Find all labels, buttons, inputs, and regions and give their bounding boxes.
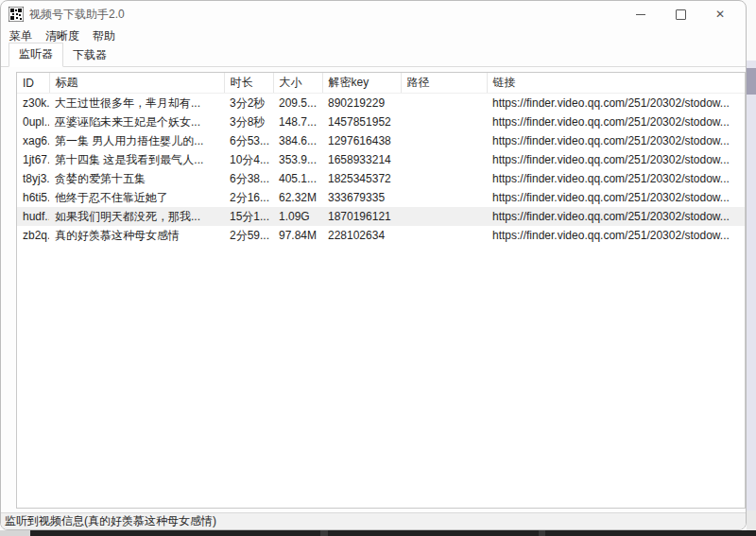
cell-duration: 3分8秒	[224, 112, 273, 131]
table-row[interactable]: t8yj3... 贪婪的爱第十五集 6分38... 405.1... 18253…	[17, 169, 745, 188]
table-header-row: ID 标题 时长 大小 解密key 路径 链接	[17, 73, 745, 94]
menu-bar: 菜单 清晰度 帮助	[1, 27, 746, 44]
tab-content-listener: ID 标题 时长 大小 解密key 路径 链接 z30k... 大王过世很多年，…	[1, 67, 746, 512]
menu-item-help[interactable]: 帮助	[93, 28, 115, 44]
cell-title: 真的好羡慕这种母女感情	[49, 226, 224, 245]
col-header-key[interactable]: 解密key	[322, 73, 401, 94]
cell-title: 第十四集 这是我看到最气人...	[49, 150, 224, 169]
tab-downloader[interactable]: 下载器	[63, 44, 116, 67]
cell-size: 97.84M	[273, 226, 322, 245]
status-text: 监听到视频信息(真的好羡慕这种母女感情)	[5, 513, 216, 529]
table-row[interactable]: z30k... 大王过世很多年，芈月却有... 3分2秒 209.5... 89…	[17, 94, 745, 113]
menu-item-quality[interactable]: 清晰度	[45, 28, 79, 44]
table-row[interactable]: h6ti5... 他终于忍不住靠近她了 2分16... 62.32M 33367…	[17, 188, 745, 207]
col-header-id[interactable]: ID	[17, 73, 49, 94]
cell-link: https://finder.video.qq.com/251/20302/st…	[487, 226, 745, 245]
cell-size: 1.09G	[273, 207, 322, 226]
cell-title: 贪婪的爱第十五集	[49, 169, 224, 188]
title-bar: 视频号下载助手2.0 ✕	[1, 1, 746, 27]
cell-size: 405.1...	[273, 169, 322, 188]
cell-key: 1297616438	[322, 131, 401, 150]
cell-key: 890219229	[322, 94, 401, 113]
cell-path	[401, 94, 487, 113]
table-row[interactable]: 0upl... 巫婆诬陷未来王妃是个妖女... 3分8秒 148.7... 14…	[17, 112, 745, 131]
cell-duration: 2分16...	[224, 188, 273, 207]
cell-id: 0upl...	[17, 112, 49, 131]
background-window-right	[747, 61, 756, 510]
cell-link: https://finder.video.qq.com/251/20302/st…	[487, 207, 745, 226]
cell-title: 大王过世很多年，芈月却有...	[49, 94, 224, 113]
cell-size: 384.6...	[273, 131, 322, 150]
tab-listener[interactable]: 监听器	[9, 43, 63, 67]
cell-link: https://finder.video.qq.com/251/20302/st…	[487, 150, 745, 169]
table-row[interactable]: hudf... 如果我们明天都没死，那我... 15分1... 1.09G 18…	[17, 207, 745, 226]
cell-title: 他终于忍不住靠近她了	[49, 188, 224, 207]
window-controls: ✕	[621, 1, 740, 27]
cell-duration: 15分1...	[224, 207, 273, 226]
video-list-container: ID 标题 时长 大小 解密key 路径 链接 z30k... 大王过世很多年，…	[16, 72, 746, 509]
cell-id: t8yj3...	[17, 169, 49, 188]
cell-path	[401, 188, 487, 207]
col-header-duration[interactable]: 时长	[224, 73, 273, 94]
cell-id: 1jt67...	[17, 150, 49, 169]
cell-key: 1457851952	[322, 112, 401, 131]
video-table: ID 标题 时长 大小 解密key 路径 链接 z30k... 大王过世很多年，…	[17, 73, 745, 245]
cell-path	[401, 169, 487, 188]
cell-path	[401, 112, 487, 131]
window-title: 视频号下载助手2.0	[29, 7, 621, 23]
cell-path	[401, 131, 487, 150]
cell-size: 62.32M	[273, 188, 322, 207]
table-row[interactable]: 1jt67... 第十四集 这是我看到最气人... 10分4... 353.9.…	[17, 150, 745, 169]
close-button[interactable]: ✕	[700, 1, 740, 27]
minimize-icon	[636, 14, 645, 15]
cell-link: https://finder.video.qq.com/251/20302/st…	[487, 94, 745, 113]
app-icon	[9, 7, 24, 22]
cell-key: 333679335	[322, 188, 401, 207]
cell-key: 1870196121	[322, 207, 401, 226]
cell-path	[401, 207, 487, 226]
status-bar: 监听到视频信息(真的好羡慕这种母女感情)	[1, 512, 746, 529]
cell-link: https://finder.video.qq.com/251/20302/st…	[487, 169, 745, 188]
cell-path	[401, 226, 487, 245]
table-row[interactable]: xag6... 第一集 男人用力捂住婴儿的... 6分53... 384.6..…	[17, 131, 745, 150]
cell-id: h6ti5...	[17, 188, 49, 207]
minimize-button[interactable]	[621, 1, 661, 27]
desktop: 视频号下载助手2.0 ✕ 菜单 清晰度 帮助 监听器 下载器	[0, 0, 756, 536]
cell-key: 228102634	[322, 226, 401, 245]
cell-id: hudf...	[17, 207, 49, 226]
app-window: 视频号下载助手2.0 ✕ 菜单 清晰度 帮助 监听器 下载器	[0, 0, 747, 530]
cell-duration: 6分38...	[224, 169, 273, 188]
menu-item-menu[interactable]: 菜单	[9, 28, 32, 44]
close-icon: ✕	[715, 9, 725, 20]
cell-link: https://finder.video.qq.com/251/20302/st…	[487, 112, 745, 131]
cell-key: 1825345372	[322, 169, 401, 188]
background-taskbar	[30, 530, 756, 536]
tab-strip: 监听器 下载器	[1, 44, 746, 67]
cell-duration: 10分4...	[224, 150, 273, 169]
maximize-icon	[676, 9, 686, 20]
cell-title: 巫婆诬陷未来王妃是个妖女...	[49, 112, 224, 131]
cell-id: zb2q...	[17, 226, 49, 245]
cell-link: https://finder.video.qq.com/251/20302/st…	[487, 188, 745, 207]
cell-size: 209.5...	[273, 94, 322, 113]
cell-size: 148.7...	[273, 112, 322, 131]
cell-size: 353.9...	[273, 150, 322, 169]
cell-duration: 2分59...	[224, 226, 273, 245]
col-header-path[interactable]: 路径	[401, 73, 487, 94]
cell-id: xag6...	[17, 131, 49, 150]
col-header-title[interactable]: 标题	[49, 73, 224, 94]
cell-duration: 6分53...	[224, 131, 273, 150]
background-scrollbar-thumb[interactable]	[747, 68, 756, 95]
table-row[interactable]: zb2q... 真的好羡慕这种母女感情 2分59... 97.84M 22810…	[17, 226, 745, 245]
cell-path	[401, 150, 487, 169]
cell-duration: 3分2秒	[224, 94, 273, 113]
col-header-link[interactable]: 链接	[487, 73, 745, 94]
cell-title: 第一集 男人用力捂住婴儿的...	[49, 131, 224, 150]
cell-title: 如果我们明天都没死，那我...	[49, 207, 224, 226]
cell-link: https://finder.video.qq.com/251/20302/st…	[487, 131, 745, 150]
maximize-button[interactable]	[661, 1, 700, 27]
cell-key: 1658933214	[322, 150, 401, 169]
cell-id: z30k...	[17, 94, 49, 113]
col-header-size[interactable]: 大小	[273, 73, 322, 94]
